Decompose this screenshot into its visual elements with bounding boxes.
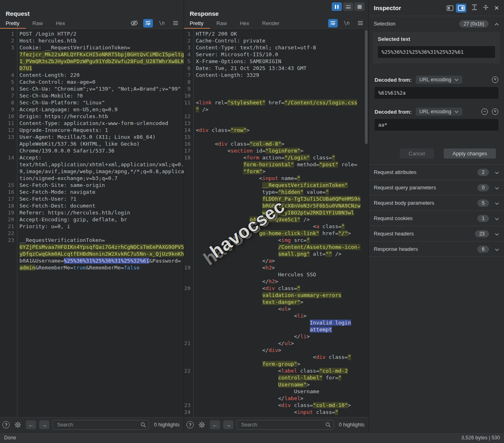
- remove-decoder-button[interactable]: −: [481, 108, 488, 115]
- gear-icon[interactable]: [197, 421, 207, 429]
- code-row: wqmpB9_yI8O2ptw2RKD1YF1U8N3wl: [184, 209, 368, 216]
- next-match-button[interactable]: →: [223, 420, 233, 429]
- soft-wrap-icon[interactable]: [328, 19, 338, 28]
- code-row: validation-summary-errors: [184, 292, 368, 299]
- line-number: [184, 175, 193, 182]
- request-tab-hex[interactable]: Hex: [56, 18, 65, 29]
- cancel-button[interactable]: Cancel: [400, 148, 434, 159]
- gear-icon[interactable]: [13, 421, 23, 429]
- collapse-all-icon[interactable]: [483, 4, 489, 12]
- line-number: [0, 244, 17, 250]
- menu-icon[interactable]: [171, 19, 180, 28]
- count-badge: 6: [477, 246, 489, 253]
- decoders-container: Decoded from:URL encoding+Decoded from:U…: [369, 70, 504, 140]
- line-number: [0, 175, 17, 182]
- chevron-down-icon[interactable]: [495, 230, 499, 237]
- line-number: [184, 278, 193, 285]
- response-search-bar: ? ← →: [184, 417, 368, 432]
- chevron-down-icon[interactable]: [495, 246, 499, 253]
- code-row: </div>: [184, 347, 368, 354]
- response-editor[interactable]: 1HTTP/2 200 OK2Cache-Control: private3Co…: [184, 29, 368, 417]
- search-input[interactable]: [53, 420, 149, 430]
- line-number: [184, 202, 193, 209]
- inspector-sections: Request attributes2Request query paramet…: [369, 164, 504, 257]
- inspector-section-request-attributes[interactable]: Request attributes2: [369, 165, 504, 180]
- line-number: 14: [0, 154, 17, 161]
- line-number: 15: [184, 134, 193, 140]
- prev-match-button[interactable]: ←: [26, 420, 36, 429]
- chevron-down-icon[interactable]: [495, 169, 499, 176]
- response-tab-render[interactable]: Render: [262, 18, 280, 29]
- selected-text-card: Selected text: [373, 32, 500, 64]
- help-icon[interactable]: ?: [2, 421, 10, 428]
- decoded-value-input[interactable]: [375, 119, 498, 131]
- prev-match-button[interactable]: ←: [210, 420, 220, 429]
- chevron-down-icon[interactable]: [495, 215, 499, 222]
- split-horizontal-icon[interactable]: [343, 2, 353, 11]
- response-tab-pretty[interactable]: Pretty: [190, 18, 203, 29]
- expand-all-icon[interactable]: [471, 4, 478, 12]
- selected-text-input[interactable]: [378, 46, 495, 58]
- eye-off-icon[interactable]: [129, 19, 139, 28]
- code-row: 2Cache-Control: private: [184, 37, 368, 44]
- response-tab-raw[interactable]: Raw: [216, 18, 227, 29]
- split-vertical-icon[interactable]: [332, 2, 342, 11]
- code-row: 8: [184, 78, 368, 85]
- inspector-section-response-headers[interactable]: Response headers6: [369, 242, 504, 257]
- newline-icon[interactable]: \n: [342, 19, 352, 28]
- soft-wrap-icon[interactable]: [143, 19, 153, 28]
- line-number: [184, 223, 193, 230]
- single-pane-icon[interactable]: [354, 2, 364, 11]
- chevron-down-icon[interactable]: [495, 199, 499, 207]
- decoded-value-input[interactable]: [375, 87, 498, 99]
- response-tab-hex[interactable]: Hex: [240, 18, 249, 29]
- request-editor[interactable]: 1POST /Login HTTP/22Host: hercules.htb3C…: [0, 29, 184, 417]
- code-row: text/html,application/xhtml+xml,applicat…: [0, 161, 184, 168]
- line-number: 18: [184, 154, 193, 161]
- request-tab-pretty[interactable]: Pretty: [6, 18, 19, 29]
- chevron-up-icon[interactable]: [494, 20, 499, 28]
- inspector-section-request-query-parameters[interactable]: Request query parameters0: [369, 180, 504, 195]
- line-number: 6: [0, 85, 17, 92]
- selection-badge: 27 (0x1b): [459, 20, 489, 28]
- code-row: 15: [184, 134, 368, 140]
- code-row: 7Sec-Ch-Ua-Mobile: ?0: [0, 92, 184, 99]
- line-number: [0, 147, 17, 154]
- line-number: 3: [0, 44, 17, 51]
- menu-icon[interactable]: [356, 19, 365, 28]
- search-input[interactable]: [237, 420, 334, 430]
- add-decoder-button[interactable]: +: [492, 108, 498, 115]
- line-number: [0, 250, 17, 257]
- line-number: [184, 381, 193, 388]
- help-icon[interactable]: ?: [186, 421, 194, 428]
- line-number: 11: [0, 120, 17, 127]
- panel-right-icon[interactable]: [456, 4, 466, 13]
- chevron-down-icon[interactable]: [495, 184, 499, 191]
- decoded-from-row: Decoded from:URL encoding−+: [369, 108, 504, 116]
- code-row: __RequestVerificationToken": [184, 182, 368, 189]
- next-match-button[interactable]: →: [39, 420, 49, 429]
- newline-icon[interactable]: \n: [157, 19, 167, 28]
- close-icon[interactable]: ✕: [494, 4, 499, 12]
- app-window: Request Pretty Raw Hex: [0, 0, 504, 443]
- search-icon: [140, 422, 146, 429]
- code-row: 10: [184, 92, 368, 99]
- inspector-section-request-cookies[interactable]: Request cookies1: [369, 211, 504, 226]
- inspector-section-request-body-parameters[interactable]: Request body parameters5: [369, 195, 504, 211]
- inspector-section-request-headers[interactable]: Request headers23: [369, 226, 504, 242]
- add-decoder-button[interactable]: +: [492, 76, 498, 83]
- selection-section-header[interactable]: Selection 27 (0x1b): [369, 16, 504, 31]
- encoding-dropdown[interactable]: URL encoding: [416, 76, 462, 84]
- scrollbar-thumb[interactable]: [365, 30, 368, 144]
- line-number: [184, 305, 193, 312]
- line-number: [184, 106, 193, 113]
- encoding-dropdown[interactable]: URL encoding: [416, 108, 462, 116]
- code-row: text-danger">: [184, 299, 368, 305]
- apply-changes-button[interactable]: Apply changes: [444, 148, 496, 159]
- line-number: 10: [184, 92, 193, 99]
- line-number: [0, 51, 17, 58]
- panel-left-icon[interactable]: [445, 4, 455, 13]
- request-tab-raw[interactable]: Raw: [32, 18, 43, 29]
- code-row: 21Priority: u=0, i: [0, 223, 184, 230]
- line-number: 5: [0, 78, 17, 85]
